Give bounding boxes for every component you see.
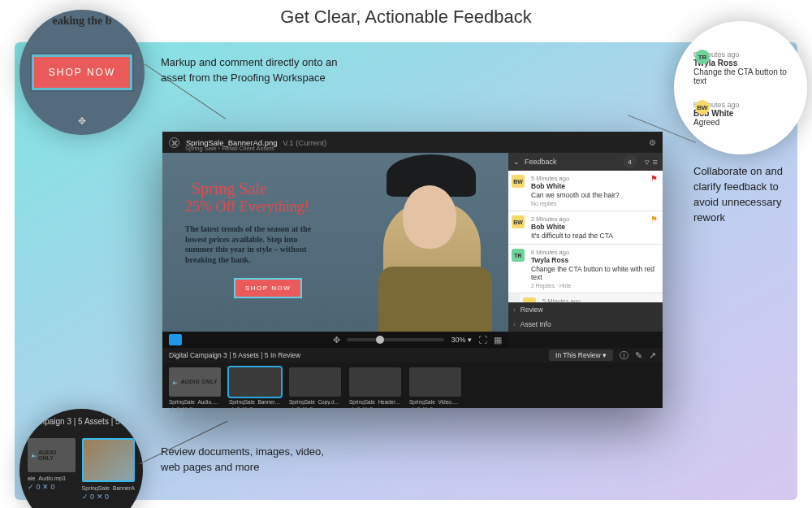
- zoom-level[interactable]: 30% ▾: [451, 336, 472, 344]
- magnifier-cta: eaking the b SHOP NOW ✥: [19, 10, 145, 135]
- mag-audio-name: ale_Audio.mp3: [28, 475, 76, 481]
- thumb-name: SpringSale_Video.mp4: [409, 399, 461, 405]
- feedback-header[interactable]: ⌄ Feedback 4 ▿ ≡: [508, 153, 663, 171]
- feedback-count: 4: [624, 155, 637, 168]
- flag-icon[interactable]: ⚑: [650, 174, 658, 183]
- avatar: TR: [512, 249, 525, 262]
- caption-markup: Markup and comment directly onto an asse…: [161, 55, 339, 86]
- avatar-tr: TR: [695, 50, 710, 64]
- comment-ts: 5 Minutes ago: [531, 175, 658, 182]
- comment-text: Change the CTA button to white with red …: [531, 265, 658, 281]
- breadcrumb[interactable]: Spring Sale › Retail Client Assets: [185, 145, 274, 152]
- fit-icon[interactable]: ✥: [333, 335, 340, 345]
- expand-icon[interactable]: ⛶: [478, 335, 487, 345]
- thumb-name: SpringSale_Header.jpg: [349, 399, 401, 405]
- magnifier-thumbstrip: ampaign 3 | 5 Assets | 5 In 🔈 AUDIO ONLY…: [19, 409, 143, 508]
- caption-review: Review documents, images, video, web pag…: [161, 445, 339, 475]
- comment-author: Bob White: [531, 223, 658, 231]
- grid-icon[interactable]: ▦: [494, 335, 502, 345]
- asset-strip-header: Digital Campaign 3 | 5 Assets | 5 In Rev…: [162, 348, 663, 363]
- thumb-name: SpringSale_Audio.mp3: [169, 399, 221, 405]
- edit-icon[interactable]: ✎: [635, 350, 642, 361]
- thumb-image: [289, 367, 341, 397]
- comment-text: It's difficult to read the CTA: [531, 232, 658, 240]
- asset-thumb[interactable]: 🔈 AUDIO ONLYSpringSale_Audio.mp3✓ 0 ✕ 0: [169, 367, 221, 403]
- hero-body: The latest trends of the season at the l…: [185, 224, 315, 265]
- avatar: BW: [523, 297, 536, 302]
- flag-icon[interactable]: ⚑: [650, 215, 658, 224]
- info-icon[interactable]: ⓘ: [620, 350, 628, 362]
- comment-ts: 5 Minutes ago: [542, 297, 658, 302]
- app-titlebar: SpringSale_BannerAd.png V.1 (Current) Sp…: [162, 132, 663, 153]
- hero-line1: Spring Sale: [192, 180, 267, 197]
- hero-image: [338, 153, 508, 332]
- proof-canvas[interactable]: Spring Sale 25% Off Everything! The late…: [162, 153, 508, 332]
- review-section[interactable]: ›Review: [508, 302, 663, 317]
- thumb-status: ✓ 0 ✕ 0: [289, 406, 341, 413]
- comment-replies[interactable]: 2 Replies · Hide: [531, 283, 658, 289]
- asset-strip-title: Digital Campaign 3 | 5 Assets | 5 In Rev…: [169, 351, 300, 359]
- gear-icon[interactable]: ⚙: [649, 138, 656, 147]
- feedback-comment[interactable]: BW5 Minutes agoBob WhiteCan we smooth ou…: [508, 171, 663, 211]
- filter-icon[interactable]: ▿: [645, 157, 650, 167]
- audio-only-icon: 🔈 AUDIO ONLY: [169, 367, 221, 397]
- thumb-image: [349, 367, 401, 397]
- feedback-comment[interactable]: BW5 Minutes agoBob WhiteAgreed: [520, 293, 663, 302]
- comment-text: Agreed: [693, 118, 793, 127]
- viewer-toolbar: ✥ 30% ▾ ⛶ ▦: [162, 332, 508, 348]
- stage: Markup and comment directly onto an asse…: [15, 42, 797, 500]
- avatar: BW: [512, 215, 525, 228]
- mag-banner-name: SpringSale_BannerA: [82, 485, 135, 491]
- asset-thumb[interactable]: SpringSale_Copy.docx✓ 0 ✕ 0: [289, 367, 341, 403]
- comment-ts: 2 Minutes ago: [531, 215, 658, 223]
- menu-icon[interactable]: ≡: [653, 157, 658, 167]
- share-icon[interactable]: ↗: [649, 350, 656, 361]
- feedback-title: Feedback: [525, 158, 557, 166]
- asset-thumb[interactable]: SpringSale_Header.jpg✓ 0 ✕ 0: [349, 367, 401, 403]
- asset-info-section[interactable]: ›Asset Info: [508, 317, 663, 332]
- asset-thumb[interactable]: SpringSale_Video.mp4✓ 0 ✕ 0: [409, 367, 461, 403]
- comment-text: Change the CTA button to text: [693, 67, 793, 85]
- review-filter-dropdown[interactable]: In This Review ▾: [549, 350, 613, 361]
- mag-audio-check: ✓ 0 ✕ 0: [28, 483, 76, 491]
- thumb-status: ✓ 0 ✕ 0: [349, 406, 401, 413]
- chevron-down-icon: ⌄: [513, 158, 520, 166]
- compare-icon[interactable]: [169, 334, 182, 345]
- crosshair-icon: ✥: [19, 115, 145, 127]
- asset-thumb[interactable]: SpringSale_BannerAd...✓ 0 ✕ 0: [229, 367, 281, 403]
- asset-thumb-strip: 🔈 AUDIO ONLYSpringSale_Audio.mp3✓ 0 ✕ 0S…: [162, 363, 663, 408]
- thumb-image: [409, 367, 461, 397]
- feedback-comment[interactable]: TR6 Minutes agoTwyla RossChange the CTA …: [508, 245, 663, 293]
- mag-banner-check: ✓ 0 ✕ 0: [82, 493, 135, 501]
- thumb-image: [229, 367, 281, 397]
- comment-ts: 6 Minutes ago: [531, 249, 658, 256]
- thumb-status: ✓ 0 ✕ 0: [169, 406, 221, 413]
- feedback-comment[interactable]: BW2 Minutes agoBob WhiteIt's difficult t…: [508, 211, 663, 245]
- mag-banner-thumb[interactable]: [82, 438, 135, 482]
- thumb-status: ✓ 0 ✕ 0: [229, 406, 281, 413]
- comment-author: Twyla Ross: [531, 256, 658, 264]
- caption-collab: Collaborate on and clarify feedback to a…: [693, 164, 789, 225]
- shop-now-button-zoom[interactable]: SHOP NOW: [32, 54, 132, 90]
- close-icon[interactable]: [169, 137, 179, 148]
- proofing-app: SpringSale_BannerAd.png V.1 (Current) Sp…: [162, 132, 663, 408]
- hero-line2: 25% Off Everything!: [185, 198, 309, 215]
- comment-replies[interactable]: No replies: [531, 201, 658, 206]
- comment-text: Can we smooth out the hair?: [531, 191, 658, 199]
- comment-author: Bob White: [531, 182, 658, 190]
- shop-now-button[interactable]: SHOP NOW: [234, 278, 302, 298]
- feedback-panel: ⌄ Feedback 4 ▿ ≡ BW5 Minutes agoBob Whit…: [508, 153, 663, 332]
- magnifier-comments: TR 6 Minutes ago Twyla Ross Change the C…: [674, 21, 807, 154]
- avatar: BW: [512, 175, 525, 188]
- thumb-status: ✓ 0 ✕ 0: [409, 406, 461, 413]
- mag-audio-thumb[interactable]: 🔈 AUDIO ONLY: [28, 438, 76, 472]
- thumb-name: SpringSale_Copy.docx: [289, 399, 341, 405]
- avatar-bw: BW: [695, 100, 710, 115]
- mag-thumb-header: ampaign 3 | 5 Assets | 5 In: [19, 417, 143, 426]
- thumb-name: SpringSale_BannerAd...: [229, 399, 281, 405]
- zoom-slider[interactable]: [347, 338, 444, 341]
- asset-version: V.1 (Current): [283, 138, 326, 147]
